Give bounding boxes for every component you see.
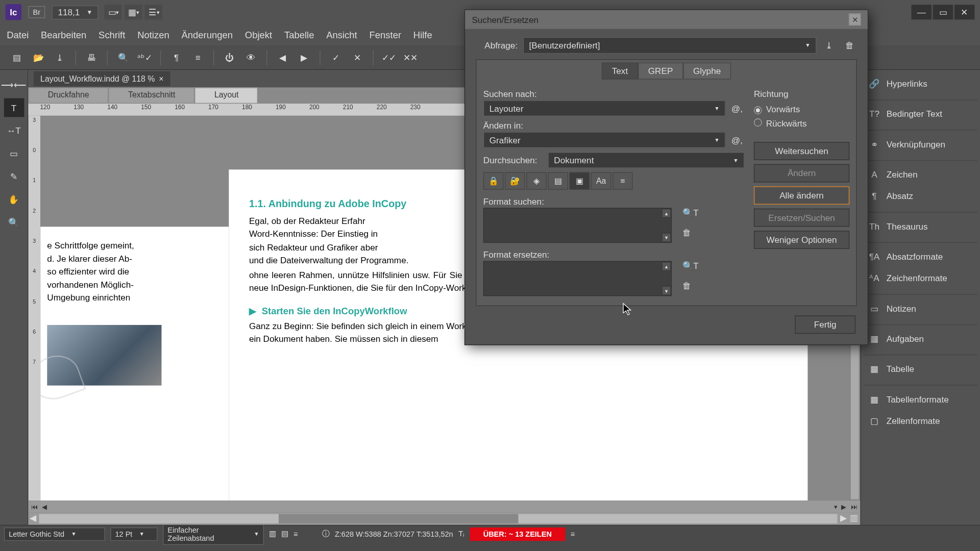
zoom-tool-icon[interactable]: 🔍 (4, 213, 24, 232)
prev-change-icon[interactable]: ◀ (273, 49, 293, 66)
arrow-handle-icon[interactable]: ⟶⟵ (4, 76, 24, 94)
page-dropdown-icon[interactable]: ▾ (834, 503, 838, 511)
find-next-button[interactable]: Weitersuchen (754, 142, 849, 160)
power-icon[interactable]: ⏻ (219, 49, 240, 66)
open-icon[interactable]: 📂 (28, 49, 48, 66)
format-find-box[interactable]: ▲ ▼ (483, 208, 672, 243)
reject-change-icon[interactable]: ✕ (347, 49, 368, 66)
menu-ansicht[interactable]: Ansicht (326, 30, 357, 40)
specify-format-icon[interactable]: 🔍T (682, 208, 699, 218)
menu-lines-icon[interactable]: ≡ (571, 530, 575, 538)
include-locked-layers-icon[interactable]: 🔒 (483, 172, 504, 190)
next-change-icon[interactable]: ▶ (294, 49, 314, 66)
menu-lines-icon[interactable]: ≡ (188, 49, 208, 66)
zoom-level-select[interactable]: 118,1 ▼ (52, 5, 99, 19)
font-select[interactable]: Letter Gothic Std▼ (4, 527, 105, 540)
type-tool-icon[interactable]: T (4, 98, 24, 117)
panel-absatz[interactable]: ¶Absatz (864, 186, 977, 205)
view-tab-druckfahne[interactable]: Druckfahne (28, 87, 108, 104)
spin-up-icon[interactable]: ▲ (662, 209, 671, 218)
panel-zeichenformate[interactable]: ᴬAZeichenformate (864, 268, 977, 287)
include-hidden-layers-icon[interactable]: ◈ (526, 172, 547, 190)
menu-objekt[interactable]: Objekt (245, 30, 272, 40)
screen-mode-button[interactable]: ▭▾ (104, 4, 123, 20)
spin-down-icon[interactable]: ▼ (662, 286, 671, 295)
change-find-button[interactable]: Ersetzen/Suchen (754, 209, 849, 227)
close-icon[interactable]: ✕ (849, 13, 861, 26)
change-all-button[interactable]: Alle ändern (754, 186, 849, 205)
eyedropper-icon[interactable]: ✎ (4, 167, 24, 186)
panel-absatzformate[interactable]: ¶AAbsatzformate (864, 242, 977, 266)
eye-icon[interactable]: 👁 (241, 49, 261, 66)
save-query-icon[interactable]: ⤓ (822, 38, 837, 53)
view-tab-layout[interactable]: Layout (195, 87, 258, 104)
panel-thesaurus[interactable]: ThThesaurus (864, 212, 977, 235)
whole-word-icon[interactable]: ≡ (612, 172, 633, 190)
menu-aenderungen[interactable]: Änderungen (181, 30, 233, 40)
find-input[interactable]: Layouter▼ (483, 100, 726, 116)
menu-tabelle[interactable]: Tabelle (284, 30, 314, 40)
include-master-pages-icon[interactable]: ▤ (548, 172, 568, 190)
document-tab[interactable]: Layout_Workflow.indd @ 118 % × (34, 71, 170, 86)
panel-aufgaben[interactable]: ▦Aufgaben (864, 324, 977, 348)
tab-grep[interactable]: GREP (638, 63, 683, 80)
window-minimize-button[interactable]: — (911, 5, 932, 19)
panel-tabelle[interactable]: ▦Tabelle (864, 355, 977, 378)
new-doc-icon[interactable]: ▤ (7, 49, 27, 66)
show-hidden-icon[interactable]: ¶ (166, 49, 187, 66)
save-icon[interactable]: ⤓ (50, 49, 70, 66)
accept-change-icon[interactable]: ✓ (326, 49, 346, 66)
size-select[interactable]: 12 Pt▼ (110, 527, 157, 540)
specify-format-icon[interactable]: 🔍T (682, 261, 699, 271)
position-tool-icon[interactable]: ↔T (4, 121, 24, 140)
query-select[interactable]: [Benutzerdefiniert]▼ (523, 37, 817, 54)
menu-schrift[interactable]: Schrift (99, 30, 125, 40)
accept-all-icon[interactable]: ✓✓ (379, 49, 399, 66)
menu-datei[interactable]: Datei (7, 30, 29, 40)
leading-select[interactable]: Einfacher Zeilenabstand▼ (163, 523, 264, 544)
view-options-button[interactable]: ☰▾ (144, 4, 163, 20)
case-sensitive-icon[interactable]: Aa (591, 172, 611, 190)
horizontal-scrollbar[interactable]: ◀ ▶ ▥ (28, 513, 860, 525)
panel-zeichen[interactable]: AZeichen (864, 160, 977, 184)
reject-all-icon[interactable]: ✕✕ (401, 49, 421, 66)
panel-notizen[interactable]: ▭Notizen (864, 294, 977, 317)
delete-query-icon[interactable]: 🗑 (842, 38, 857, 53)
menu-lines-icon[interactable]: ≡ (293, 530, 298, 538)
radio-backward[interactable]: Rückwärts (754, 118, 849, 129)
hand-tool-icon[interactable]: ✋ (4, 190, 24, 209)
columns-icon[interactable]: ▥ (269, 530, 276, 538)
panel-bedingter-text[interactable]: T?Bedingter Text (864, 99, 977, 123)
close-tab-icon[interactable]: × (159, 74, 163, 83)
panel-verknuepfungen[interactable]: ⚭Verknüpfungen (864, 130, 977, 154)
menu-bearbeiten[interactable]: Bearbeiten (41, 30, 86, 40)
window-close-button[interactable]: ✕ (954, 5, 975, 19)
change-input[interactable]: Grafiker▼ (483, 132, 726, 148)
search-icon[interactable]: 🔍 (113, 49, 134, 66)
align-icon[interactable]: ▤ (281, 530, 288, 538)
bridge-button[interactable]: Br (28, 6, 45, 18)
radio-forward[interactable]: Vorwärts (754, 104, 849, 114)
spin-up-icon[interactable]: ▲ (662, 262, 671, 271)
clear-format-icon[interactable]: 🗑 (682, 281, 699, 291)
split-view-icon[interactable]: ▥ (848, 513, 861, 525)
panel-zellenformate[interactable]: ▢Zellenformate (864, 411, 977, 430)
scope-select[interactable]: Dokument▼ (548, 152, 744, 168)
menu-hilfe[interactable]: Hilfe (413, 30, 432, 40)
first-page-icon[interactable]: ⏮ (31, 503, 38, 511)
spellcheck-icon[interactable]: ᵃᵇ✓ (135, 49, 155, 66)
prev-page-icon[interactable]: ◀ (42, 503, 47, 511)
last-page-icon[interactable]: ⏭ (851, 503, 857, 511)
include-footnotes-icon[interactable]: ▣ (570, 172, 590, 190)
tab-glyphe[interactable]: Glyphe (683, 63, 731, 80)
format-replace-box[interactable]: ▲ ▼ (483, 261, 672, 296)
panel-hyperlinks[interactable]: 🔗Hyperlinks (864, 74, 977, 93)
print-icon[interactable]: 🖶 (82, 49, 102, 66)
include-locked-stories-icon[interactable]: 🔐 (505, 172, 525, 190)
view-tab-textabschnitt[interactable]: Textabschnitt (109, 87, 195, 104)
spin-down-icon[interactable]: ▼ (662, 233, 671, 242)
done-button[interactable]: Fertig (795, 315, 855, 334)
window-maximize-button[interactable]: ▭ (933, 5, 953, 19)
arrange-docs-button[interactable]: ▦▾ (124, 4, 143, 20)
page-navigator[interactable]: ⏮ ◀ ▾ ▶ ⏭ (28, 500, 860, 513)
